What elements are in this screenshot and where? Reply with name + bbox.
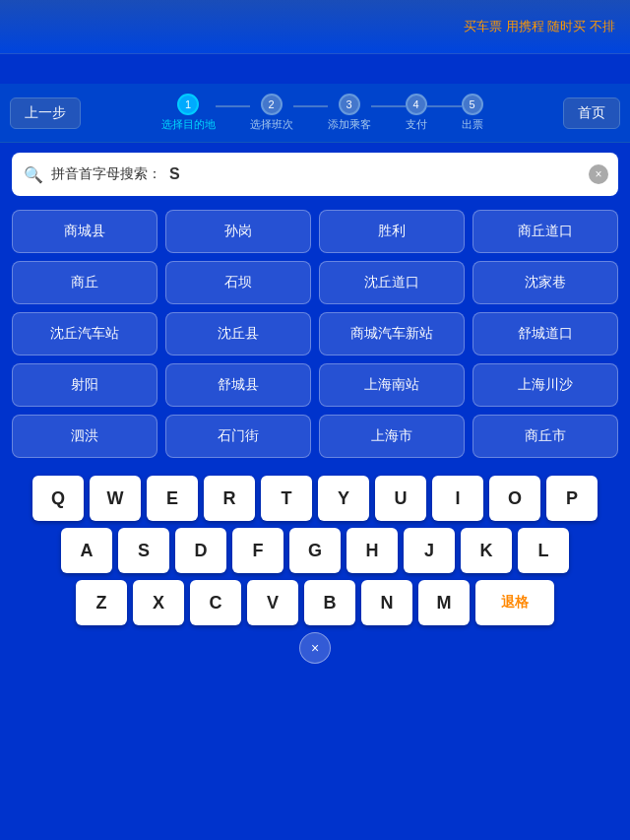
- clear-button[interactable]: ×: [299, 632, 331, 664]
- key-B[interactable]: B: [304, 580, 355, 625]
- step-item-1: 2选择班次: [250, 94, 293, 132]
- key-S[interactable]: S: [118, 528, 169, 573]
- dest-button-2[interactable]: 胜利: [319, 210, 465, 253]
- dest-button-11[interactable]: 舒城道口: [472, 312, 618, 355]
- dest-button-18[interactable]: 上海市: [319, 415, 465, 458]
- step-circle-0: 1: [177, 94, 199, 115]
- dest-button-13[interactable]: 舒城县: [165, 363, 311, 407]
- key-G[interactable]: G: [289, 528, 341, 573]
- key-M[interactable]: M: [418, 580, 470, 625]
- home-button[interactable]: 首页: [563, 97, 620, 129]
- keyboard-area: QWERTYUIOPASDFGHJKLZXCVBNM退格: [0, 476, 630, 625]
- back-button[interactable]: 上一步: [10, 97, 81, 129]
- dest-button-17[interactable]: 石门街: [165, 415, 311, 458]
- dest-button-12[interactable]: 射阳: [12, 363, 158, 407]
- key-Q[interactable]: Q: [32, 476, 84, 521]
- key-J[interactable]: J: [404, 528, 455, 573]
- step-item-2: 3添加乘客: [328, 94, 371, 132]
- step-label-4: 出票: [462, 117, 483, 132]
- dest-button-16[interactable]: 泗洪: [12, 415, 158, 458]
- step-circle-2: 3: [339, 94, 360, 115]
- search-close-button[interactable]: ×: [589, 164, 608, 184]
- dest-button-5[interactable]: 石坝: [165, 261, 311, 304]
- step-label-3: 支付: [406, 117, 427, 132]
- search-bar: 🔍 拼音首字母搜索： S ×: [12, 153, 618, 196]
- key-I[interactable]: I: [432, 476, 483, 521]
- key-W[interactable]: W: [90, 476, 141, 521]
- key-N[interactable]: N: [361, 580, 412, 625]
- step-item-4: 5出票: [462, 94, 483, 132]
- key-row-1: ASDFGHJKL: [10, 528, 620, 573]
- banner-text: 买车票 用携程 随时买 不排: [464, 18, 615, 35]
- key-D[interactable]: D: [175, 528, 226, 573]
- key-Y[interactable]: Y: [318, 476, 369, 521]
- step-item-0: 1选择目的地: [161, 94, 216, 132]
- key-A[interactable]: A: [61, 528, 112, 573]
- dest-button-6[interactable]: 沈丘道口: [319, 261, 465, 304]
- key-T[interactable]: T: [261, 476, 312, 521]
- key-R[interactable]: R: [204, 476, 255, 521]
- dest-button-3[interactable]: 商丘道口: [472, 210, 618, 253]
- dest-button-1[interactable]: 孙岗: [165, 210, 311, 253]
- key-row-2: ZXCVBNM退格: [10, 580, 620, 625]
- dest-button-14[interactable]: 上海南站: [319, 363, 465, 407]
- key-row-0: QWERTYUIOP: [10, 476, 620, 521]
- dest-button-8[interactable]: 沈丘汽车站: [12, 312, 158, 355]
- search-label: 拼音首字母搜索：: [51, 165, 161, 183]
- dest-button-4[interactable]: 商丘: [12, 261, 158, 304]
- dest-button-15[interactable]: 上海川沙: [472, 363, 618, 407]
- step-circle-4: 5: [462, 94, 483, 115]
- step-circle-3: 4: [406, 94, 427, 115]
- dest-button-0[interactable]: 商城县: [12, 210, 158, 253]
- step-label-1: 选择班次: [250, 117, 293, 132]
- step-label-0: 选择目的地: [161, 117, 216, 132]
- step-label-2: 添加乘客: [328, 117, 371, 132]
- dest-button-10[interactable]: 商城汽车新站: [319, 312, 465, 355]
- search-icon: 🔍: [24, 165, 43, 184]
- key-退格[interactable]: 退格: [475, 580, 554, 625]
- step-item-3: 4支付: [406, 94, 427, 132]
- key-C[interactable]: C: [190, 580, 241, 625]
- key-X[interactable]: X: [133, 580, 184, 625]
- step-circle-1: 2: [261, 94, 283, 115]
- key-E[interactable]: E: [147, 476, 198, 521]
- top-banner: 买车票 用携程 随时买 不排: [0, 0, 630, 54]
- key-F[interactable]: F: [232, 528, 284, 573]
- destination-grid: 商城县孙岗胜利商丘道口商丘石坝沈丘道口沈家巷沈丘汽车站沈丘县商城汽车新站舒城道口…: [0, 204, 630, 464]
- dest-button-9[interactable]: 沈丘县: [165, 312, 311, 355]
- search-value: S: [169, 165, 180, 183]
- steps-bar: 上一步 1选择目的地2选择班次3添加乘客4支付5出票 首页: [0, 84, 630, 143]
- key-K[interactable]: K: [461, 528, 512, 573]
- key-U[interactable]: U: [375, 476, 426, 521]
- key-V[interactable]: V: [247, 580, 298, 625]
- dest-button-19[interactable]: 商丘市: [472, 415, 618, 458]
- key-Z[interactable]: Z: [76, 580, 127, 625]
- steps-track: 1选择目的地2选择班次3添加乘客4支付5出票: [86, 94, 558, 132]
- key-H[interactable]: H: [346, 528, 398, 573]
- dest-button-7[interactable]: 沈家巷: [472, 261, 618, 304]
- key-L[interactable]: L: [518, 528, 569, 573]
- key-O[interactable]: O: [489, 476, 540, 521]
- key-P[interactable]: P: [546, 476, 598, 521]
